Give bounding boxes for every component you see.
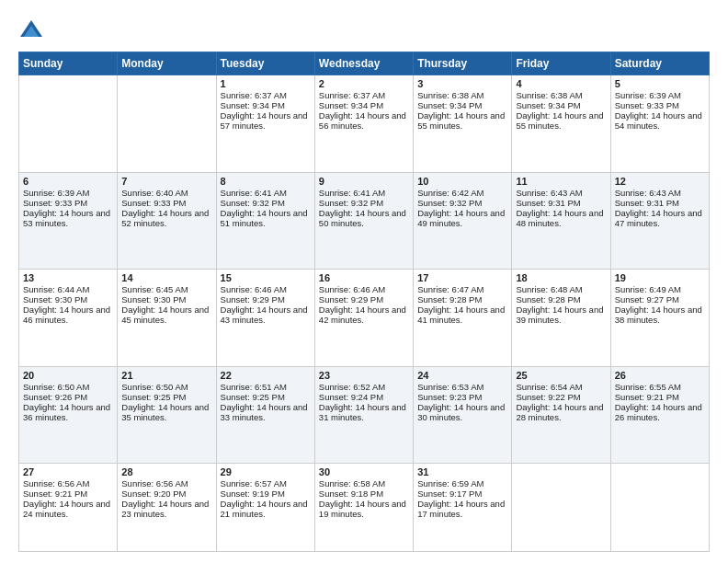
day-number: 31 [417,466,507,477]
sunset-text: Sunset: 9:23 PM [417,392,507,402]
daylight-text: Daylight: 14 hours and 24 minutes. [23,499,113,519]
sunset-text: Sunset: 9:28 PM [516,294,606,304]
daylight-text: Daylight: 14 hours and 47 minutes. [615,208,705,228]
calendar-day-cell: 6Sunrise: 6:39 AMSunset: 9:33 PMDaylight… [19,172,118,270]
sunrise-text: Sunrise: 6:56 AM [121,478,211,488]
calendar-day-cell: 22Sunrise: 6:51 AMSunset: 9:25 PMDayligh… [216,366,314,464]
calendar-table: SundayMondayTuesdayWednesdayThursdayFrid… [18,52,710,552]
calendar-day-cell: 12Sunrise: 6:43 AMSunset: 9:31 PMDayligh… [610,172,709,270]
sunset-text: Sunset: 9:17 PM [417,488,507,499]
sunrise-text: Sunrise: 6:49 AM [615,284,705,294]
sunset-text: Sunset: 9:29 PM [319,294,409,304]
calendar-day-cell [19,75,118,173]
calendar-header-friday: Friday [512,52,610,75]
sunrise-text: Sunrise: 6:46 AM [319,284,409,294]
sunset-text: Sunset: 9:19 PM [221,488,311,499]
daylight-text: Daylight: 14 hours and 45 minutes. [121,304,211,325]
calendar-day-cell: 25Sunrise: 6:54 AMSunset: 9:22 PMDayligh… [512,366,610,464]
daylight-text: Daylight: 14 hours and 55 minutes. [417,110,507,131]
daylight-text: Daylight: 14 hours and 52 minutes. [121,208,211,228]
logo [18,17,46,42]
sunrise-text: Sunrise: 6:44 AM [23,284,113,294]
sunset-text: Sunset: 9:31 PM [516,198,606,208]
calendar-header-tuesday: Tuesday [216,52,314,75]
calendar-day-cell: 3Sunrise: 6:38 AMSunset: 9:34 PMDaylight… [414,75,512,173]
sunrise-text: Sunrise: 6:50 AM [121,382,211,392]
calendar-day-cell: 14Sunrise: 6:45 AMSunset: 9:30 PMDayligh… [118,270,216,367]
sunrise-text: Sunrise: 6:40 AM [121,188,211,198]
day-number: 8 [221,176,311,187]
sunrise-text: Sunrise: 6:37 AM [319,90,409,100]
sunset-text: Sunset: 9:24 PM [319,392,409,402]
sunset-text: Sunset: 9:25 PM [221,392,311,402]
sunset-text: Sunset: 9:21 PM [23,488,113,499]
daylight-text: Daylight: 14 hours and 57 minutes. [221,110,311,131]
day-number: 15 [221,272,311,283]
day-number: 19 [615,272,705,283]
calendar-week-row: 6Sunrise: 6:39 AMSunset: 9:33 PMDaylight… [19,172,710,270]
sunrise-text: Sunrise: 6:50 AM [23,382,113,392]
calendar-day-cell: 21Sunrise: 6:50 AMSunset: 9:25 PMDayligh… [118,366,216,464]
sunset-text: Sunset: 9:34 PM [516,100,606,110]
day-number: 29 [221,466,311,477]
daylight-text: Daylight: 14 hours and 21 minutes. [221,499,311,519]
sunset-text: Sunset: 9:32 PM [319,198,409,208]
sunrise-text: Sunrise: 6:53 AM [417,382,507,392]
day-number: 24 [417,370,507,381]
day-number: 10 [417,176,507,187]
calendar-day-cell: 23Sunrise: 6:52 AMSunset: 9:24 PMDayligh… [314,366,413,464]
calendar-day-cell: 20Sunrise: 6:50 AMSunset: 9:26 PMDayligh… [19,366,118,464]
calendar-day-cell [610,464,709,552]
sunset-text: Sunset: 9:25 PM [121,392,211,402]
day-number: 12 [615,176,705,187]
page: SundayMondayTuesdayWednesdayThursdayFrid… [0,0,728,563]
sunset-text: Sunset: 9:30 PM [121,294,211,304]
day-number: 23 [319,370,409,381]
calendar-day-cell: 10Sunrise: 6:42 AMSunset: 9:32 PMDayligh… [414,172,512,270]
sunrise-text: Sunrise: 6:46 AM [221,284,311,294]
calendar-day-cell: 16Sunrise: 6:46 AMSunset: 9:29 PMDayligh… [314,270,413,367]
day-number: 16 [319,272,409,283]
sunset-text: Sunset: 9:29 PM [221,294,311,304]
sunset-text: Sunset: 9:33 PM [615,100,705,110]
calendar-day-cell: 7Sunrise: 6:40 AMSunset: 9:33 PMDaylight… [118,172,216,270]
sunset-text: Sunset: 9:33 PM [23,198,113,208]
daylight-text: Daylight: 14 hours and 49 minutes. [417,208,507,228]
sunset-text: Sunset: 9:33 PM [121,198,211,208]
calendar-day-cell: 18Sunrise: 6:48 AMSunset: 9:28 PMDayligh… [512,270,610,367]
daylight-text: Daylight: 14 hours and 35 minutes. [121,402,211,422]
calendar-day-cell: 15Sunrise: 6:46 AMSunset: 9:29 PMDayligh… [216,270,314,367]
daylight-text: Daylight: 14 hours and 19 minutes. [319,499,409,519]
calendar-week-row: 1Sunrise: 6:37 AMSunset: 9:34 PMDaylight… [19,75,710,173]
daylight-text: Daylight: 14 hours and 28 minutes. [516,402,606,422]
daylight-text: Daylight: 14 hours and 17 minutes. [417,499,507,519]
sunset-text: Sunset: 9:34 PM [417,100,507,110]
sunset-text: Sunset: 9:34 PM [221,100,311,110]
calendar-day-cell: 29Sunrise: 6:57 AMSunset: 9:19 PMDayligh… [216,464,314,552]
daylight-text: Daylight: 14 hours and 42 minutes. [319,304,409,325]
daylight-text: Daylight: 14 hours and 46 minutes. [23,304,113,325]
day-number: 27 [23,466,113,477]
daylight-text: Daylight: 14 hours and 55 minutes. [516,110,606,131]
day-number: 25 [516,370,606,381]
calendar-header-thursday: Thursday [414,52,512,75]
daylight-text: Daylight: 14 hours and 43 minutes. [221,304,311,325]
calendar-day-cell: 11Sunrise: 6:43 AMSunset: 9:31 PMDayligh… [512,172,610,270]
calendar-day-cell: 24Sunrise: 6:53 AMSunset: 9:23 PMDayligh… [414,366,512,464]
sunset-text: Sunset: 9:32 PM [221,198,311,208]
daylight-text: Daylight: 14 hours and 30 minutes. [417,402,507,422]
day-number: 14 [121,272,211,283]
sunrise-text: Sunrise: 6:58 AM [319,478,409,488]
sunrise-text: Sunrise: 6:37 AM [221,90,311,100]
daylight-text: Daylight: 14 hours and 23 minutes. [121,499,211,519]
day-number: 11 [516,176,606,187]
calendar-week-row: 13Sunrise: 6:44 AMSunset: 9:30 PMDayligh… [19,270,710,367]
sunrise-text: Sunrise: 6:39 AM [615,90,705,100]
day-number: 26 [615,370,705,381]
sunrise-text: Sunrise: 6:56 AM [23,478,113,488]
daylight-text: Daylight: 14 hours and 51 minutes. [221,208,311,228]
sunrise-text: Sunrise: 6:41 AM [221,188,311,198]
day-number: 3 [417,78,507,89]
day-number: 2 [319,78,409,89]
day-number: 13 [23,272,113,283]
